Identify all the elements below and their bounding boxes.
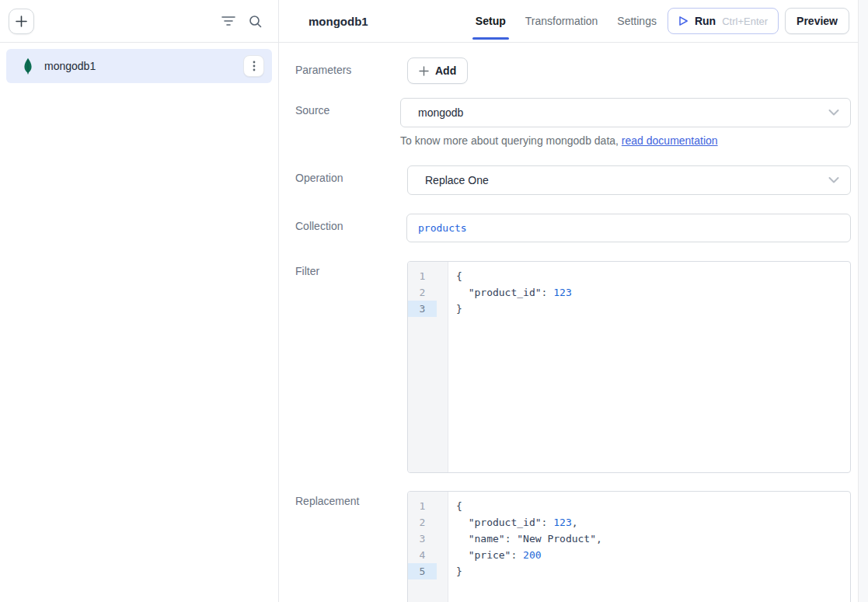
chevron-down-icon xyxy=(828,110,839,117)
add-parameter-button[interactable]: Add xyxy=(407,57,468,84)
scrollbar-track[interactable] xyxy=(858,0,868,602)
filter-code-editor[interactable]: 123 { "product_id": 123} xyxy=(407,261,851,473)
source-select-value: mongodb xyxy=(418,106,463,119)
source-select[interactable]: mongodb xyxy=(400,98,851,127)
query-editor-app: mongodb1 mongodb1 Setup Transformation S… xyxy=(0,0,868,602)
search-icon xyxy=(249,15,262,28)
operation-select-value: Replace One xyxy=(425,174,489,186)
replacement-code-editor[interactable]: 12345 { "product_id": 123, "name": "New … xyxy=(407,491,851,602)
replacement-code-content[interactable]: { "product_id": 123, "name": "New Produc… xyxy=(448,492,602,602)
filter-line-numbers: 123 xyxy=(408,262,448,472)
collection-input[interactable]: products xyxy=(406,214,851,242)
source-label: Source xyxy=(295,98,407,117)
query-item-label: mongodb1 xyxy=(44,60,243,72)
parameters-row: Parameters Add xyxy=(295,57,851,84)
source-help-text: To know more about querying mongodb data… xyxy=(400,134,851,147)
search-queries-button[interactable] xyxy=(244,10,266,32)
replacement-row: Replacement 12345 { "product_id": 123, "… xyxy=(295,491,851,602)
filter-row: Filter 123 { "product_id": 123} xyxy=(295,261,851,473)
plus-icon xyxy=(15,15,28,28)
operation-row: Operation Replace One xyxy=(295,165,851,195)
query-sidebar: mongodb1 xyxy=(0,0,279,602)
filter-queries-button[interactable] xyxy=(218,10,239,32)
collection-label: Collection xyxy=(295,214,407,232)
run-shortcut-hint: Ctrl+Enter xyxy=(722,16,768,27)
setup-panel: Parameters Add Source mongodb xyxy=(279,43,858,602)
read-documentation-link[interactable]: read documentation xyxy=(622,134,718,147)
filter-code-content[interactable]: { "product_id": 123} xyxy=(448,262,572,472)
query-item-menu-button[interactable] xyxy=(243,55,264,77)
replacement-label: Replacement xyxy=(295,491,407,507)
mongodb-leaf-icon xyxy=(22,57,34,75)
editor-tabs: Setup Transformation Settings xyxy=(476,0,657,43)
plus-icon xyxy=(419,66,429,76)
query-title: mongodb1 xyxy=(309,15,368,28)
parameters-label: Parameters xyxy=(295,57,407,76)
filter-label: Filter xyxy=(295,261,407,277)
sidebar-toolbar xyxy=(0,0,278,43)
run-button[interactable]: Run Ctrl+Enter xyxy=(668,8,779,34)
tab-settings[interactable]: Settings xyxy=(617,0,657,43)
run-button-label: Run xyxy=(695,15,716,27)
play-icon xyxy=(678,16,688,26)
add-parameter-label: Add xyxy=(435,64,456,77)
chevron-down-icon xyxy=(828,177,839,184)
tab-transformation[interactable]: Transformation xyxy=(525,0,598,43)
collection-input-value: products xyxy=(418,222,467,234)
replacement-line-numbers: 12345 xyxy=(408,492,448,602)
collection-row: Collection products xyxy=(295,214,851,242)
preview-button[interactable]: Preview xyxy=(785,8,849,34)
operation-select[interactable]: Replace One xyxy=(407,165,851,195)
tab-setup[interactable]: Setup xyxy=(476,0,506,43)
query-editor-main: mongodb1 Setup Transformation Settings R… xyxy=(279,0,868,602)
query-list: mongodb1 xyxy=(0,43,278,89)
add-query-button[interactable] xyxy=(9,9,34,34)
operation-label: Operation xyxy=(295,165,407,184)
query-list-item-mongodb1[interactable]: mongodb1 xyxy=(6,49,272,83)
filter-lines-icon xyxy=(221,16,235,26)
kebab-menu-icon xyxy=(253,61,256,71)
query-editor-header: mongodb1 Setup Transformation Settings R… xyxy=(279,0,868,43)
source-row: Source mongodb To know more about queryi… xyxy=(295,98,851,147)
